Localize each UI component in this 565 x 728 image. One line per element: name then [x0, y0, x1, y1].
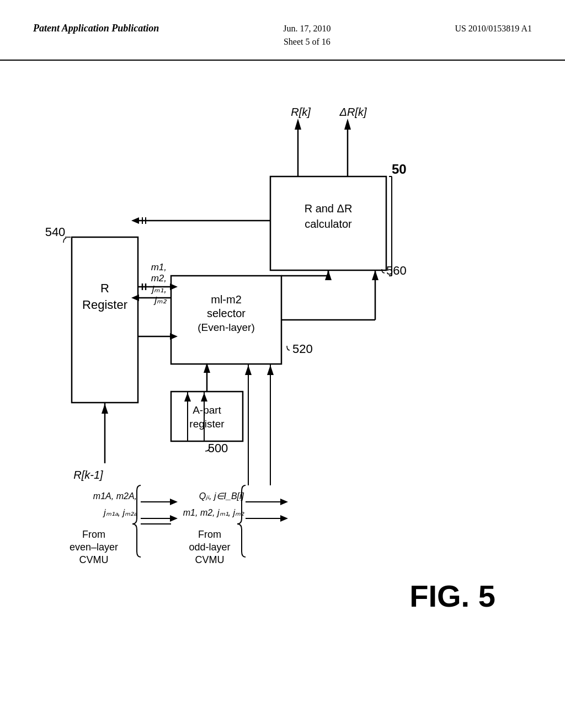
- input-m1a-m2a: m1A, m2A,: [93, 491, 137, 501]
- a-part-label1: A-part: [193, 404, 221, 416]
- fig-label: FIG. 5: [409, 579, 495, 613]
- input-qji: Qⱼᵢ, j∈I_B[i]: [199, 491, 244, 501]
- signals-jm2: jₘ₂: [153, 295, 167, 306]
- svg-marker-50: [267, 365, 274, 375]
- output-rk: R[k]: [291, 106, 311, 118]
- svg-marker-10: [344, 119, 351, 130]
- publication-number: US 2010/0153819 A1: [455, 22, 532, 35]
- svg-marker-17: [372, 270, 379, 280]
- svg-marker-39: [280, 499, 288, 505]
- from-odd-label2: odd-layer: [189, 542, 230, 553]
- output-delta-rk: ΔR[k]: [339, 106, 367, 118]
- svg-marker-37: [170, 515, 178, 522]
- sheet-info: Sheet 5 of 16: [284, 37, 331, 46]
- input-jm1a-jm2a: jₘ₁ₐ, jₘ₂ₐ: [103, 508, 137, 517]
- input-m1m2: m1, m2, jₘ₁, jₘ₂: [183, 508, 244, 517]
- label-50: 50: [392, 162, 407, 176]
- selector-label2: selector: [207, 307, 246, 319]
- svg-marker-19: [170, 283, 178, 290]
- signals-top: m1,: [151, 262, 167, 272]
- svg-marker-45: [201, 393, 207, 402]
- input-rk1: R[k-1]: [73, 469, 103, 481]
- svg-rect-2: [171, 276, 281, 364]
- circuit-diagram: R Register 540 A-part register 500 ml-m2…: [0, 66, 565, 717]
- svg-rect-0: [72, 237, 138, 403]
- calc-label1: R and ΔR: [305, 202, 353, 215]
- page-header: Patent Application Publication Jun. 17, …: [0, 0, 565, 61]
- svg-marker-41: [280, 515, 288, 522]
- from-odd-label1: From: [198, 529, 221, 540]
- svg-marker-33: [102, 404, 108, 414]
- signals-jm1: jₘ₁,: [151, 284, 167, 295]
- from-even-label1: From: [82, 529, 105, 540]
- label-520: 520: [292, 342, 313, 356]
- r-register-label: R: [100, 281, 109, 295]
- r-register-label2: Register: [82, 298, 127, 312]
- publication-date: Jun. 17, 2010: [283, 24, 331, 33]
- selector-label1: ml-m2: [211, 293, 242, 306]
- from-even-label3: CVMU: [79, 554, 109, 565]
- label-540: 540: [45, 225, 66, 239]
- svg-marker-8: [295, 119, 301, 130]
- label-500: 500: [208, 441, 228, 455]
- from-even-label2: even–layer: [70, 542, 118, 553]
- publication-date-sheet: Jun. 17, 2010 Sheet 5 of 16: [283, 22, 331, 49]
- patent-page: Patent Application Publication Jun. 17, …: [0, 0, 565, 728]
- a-part-label2: register: [189, 418, 225, 430]
- selector-label3: (Even-layer): [198, 322, 254, 333]
- publication-title: Patent Application Publication: [33, 22, 159, 35]
- from-odd-label3: CVMU: [195, 554, 225, 565]
- calc-label2: calculator: [305, 218, 352, 230]
- diagram-area: R Register 540 A-part register 500 ml-m2…: [0, 66, 565, 717]
- svg-marker-48: [245, 365, 252, 375]
- svg-marker-23: [170, 333, 178, 340]
- svg-marker-27: [131, 295, 139, 301]
- svg-marker-43: [184, 393, 191, 402]
- signals-m2: m2,: [151, 273, 167, 283]
- svg-marker-29: [131, 217, 139, 224]
- svg-marker-35: [170, 499, 178, 505]
- svg-rect-1: [171, 392, 243, 441]
